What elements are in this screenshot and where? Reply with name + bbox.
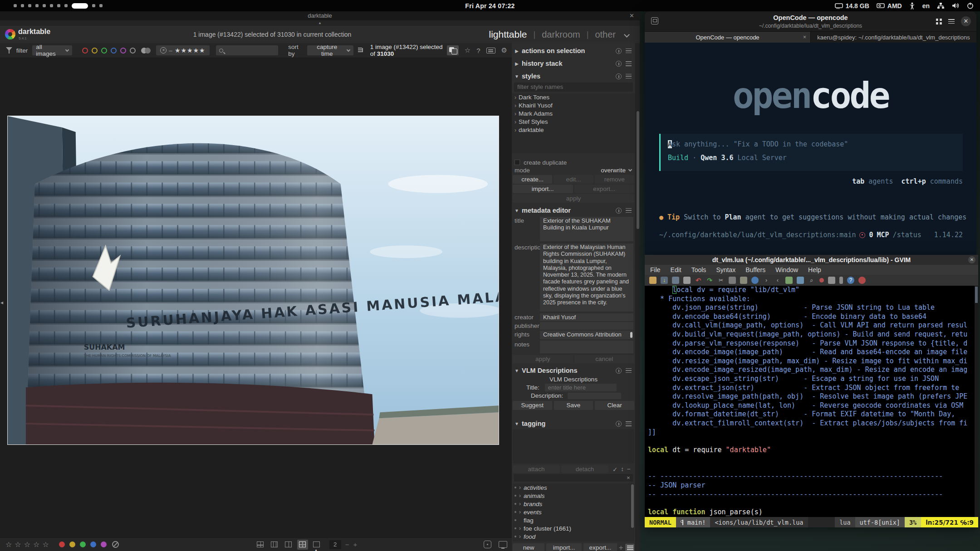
- vlm-description-input[interactable]: [568, 393, 621, 399]
- expand-icon[interactable]: ▶: [512, 49, 522, 54]
- left-panel-expander-icon[interactable]: ◂: [0, 299, 3, 306]
- metadata-cancel-button[interactable]: cancel: [574, 355, 635, 363]
- module-title[interactable]: history stack: [522, 60, 616, 67]
- module-tagging[interactable]: ▼ tagging: [512, 418, 635, 429]
- tag-item[interactable]: ›events: [513, 508, 634, 516]
- reset-icon[interactable]: [616, 368, 622, 374]
- terminal-titlebar[interactable]: OpenCode — opencode ~/.config/darktable/…: [645, 11, 976, 32]
- presets-icon[interactable]: [626, 208, 632, 213]
- styles-list[interactable]: ›Dark Tones ›Khairil Yusof ›Mark Adams ›…: [512, 93, 635, 153]
- metadata-description-field[interactable]: Exterior of the Malaysian Human Rights C…: [540, 244, 633, 312]
- editor-text-area[interactable]: local dv = require "lib/dt_vlm" * Functi…: [645, 286, 975, 517]
- module-metadata-editor[interactable]: ▼ metadata editor: [512, 205, 635, 216]
- gear-icon[interactable]: ⚙: [501, 46, 507, 54]
- paste-icon[interactable]: [740, 277, 747, 284]
- mode-select[interactable]: overwrite: [601, 167, 632, 174]
- close-icon[interactable]: ✕: [629, 11, 634, 20]
- find-prev-icon[interactable]: ‹: [774, 277, 781, 284]
- color-label-green-icon[interactable]: [101, 48, 107, 54]
- style-item[interactable]: ›Stef Styles: [512, 118, 635, 126]
- metadata-apply-button[interactable]: apply: [513, 355, 573, 363]
- help-icon[interactable]: ?: [847, 277, 854, 284]
- ctags-icon[interactable]: [828, 277, 835, 284]
- reject-filter-icon[interactable]: ×: [160, 47, 167, 54]
- layout-zoomable-icon[interactable]: [255, 540, 266, 550]
- vlm-save-button[interactable]: Save: [554, 401, 593, 410]
- tab-darkroom[interactable]: darkroom: [542, 29, 580, 40]
- expand-icon[interactable]: ▶: [512, 61, 522, 66]
- module-styles[interactable]: ▼ styles: [512, 71, 635, 82]
- metadata-creator-field[interactable]: Khairil Yusof: [540, 313, 633, 321]
- presets-icon[interactable]: [626, 49, 632, 54]
- reset-icon[interactable]: [616, 73, 622, 79]
- save-file-icon[interactable]: ↓: [661, 277, 668, 284]
- style-item[interactable]: ›darktable: [512, 126, 635, 134]
- tab-other[interactable]: other: [595, 29, 616, 40]
- filmstrip-expander-icon[interactable]: ▴: [315, 547, 317, 551]
- collection-scope-select[interactable]: all images: [32, 45, 72, 55]
- clear-label-icon[interactable]: [112, 541, 119, 548]
- search-input[interactable]: [216, 45, 279, 55]
- star-icon[interactable]: ☆: [465, 46, 470, 54]
- create-style-button[interactable]: create...: [513, 175, 552, 184]
- overlays-icon[interactable]: [447, 45, 459, 55]
- tag-item[interactable]: ›food: [513, 532, 634, 541]
- opencode-tui[interactable]: opencode Ask anything... "Fix a TODO in …: [645, 43, 976, 255]
- cut-icon[interactable]: ✂: [717, 277, 725, 284]
- vlm-title-input[interactable]: enter title here: [545, 384, 617, 391]
- minus-icon[interactable]: −: [627, 466, 631, 473]
- chevron-down-icon[interactable]: [624, 32, 630, 38]
- scrollbar[interactable]: [631, 484, 634, 528]
- metadata-publisher-field[interactable]: [540, 322, 633, 330]
- presets-icon[interactable]: [626, 421, 632, 426]
- apply-style-button[interactable]: apply: [513, 194, 634, 203]
- module-history-stack[interactable]: ▶ history stack: [512, 58, 635, 69]
- module-title[interactable]: VLM Descriptions: [522, 367, 616, 374]
- tile-window-icon[interactable]: [936, 19, 942, 24]
- agent-model-line[interactable]: Build · Qwen 3.6 Local Server: [668, 154, 787, 162]
- collapse-icon[interactable]: ▼: [512, 421, 522, 426]
- color-label-blue-icon[interactable]: [111, 48, 117, 54]
- layout-grid-icon[interactable]: [297, 540, 308, 550]
- lighttable-canvas[interactable]: SURUHANJAYA HAK ASASI MANUSIA MALAYSIA S…: [0, 58, 512, 551]
- reset-icon[interactable]: [616, 48, 622, 54]
- menu-syntax[interactable]: Syntax: [716, 266, 735, 273]
- accessibility-icon[interactable]: [909, 2, 915, 10]
- jump-tag-icon[interactable]: [839, 277, 843, 284]
- color-label-filters[interactable]: [82, 48, 136, 54]
- edit-style-button[interactable]: edit...: [554, 175, 593, 184]
- metadata-rights-field[interactable]: Creative Commons Attribution: [540, 331, 633, 339]
- gvim-titlebar[interactable]: dt_vlm.lua (~/.config/darktable/..._vlm_…: [645, 255, 978, 265]
- export-style-button[interactable]: export...: [574, 185, 635, 193]
- color-label-yellow-icon[interactable]: [92, 48, 98, 54]
- remove-style-button[interactable]: remove: [595, 175, 634, 184]
- collapse-icon[interactable]: ▼: [512, 208, 522, 213]
- tab-shell[interactable]: kaeru@spidey: ~/.config/darktable/lua/dt…: [810, 32, 976, 43]
- color-label-purple-icon[interactable]: [120, 48, 126, 54]
- color-label-gray-icon[interactable]: [130, 48, 136, 54]
- tag-item[interactable]: ›activities: [513, 483, 634, 492]
- redo-icon[interactable]: ↷: [706, 277, 713, 284]
- tag-tree[interactable]: ›activities ›animals ›brands ›events fla…: [513, 483, 634, 541]
- selected-image-thumbnail[interactable]: SURUHANJAYA HAK ASASI MANUSIA MALAYSIA S…: [7, 116, 499, 445]
- model-name[interactable]: Qwen 3.6: [701, 154, 733, 162]
- style-item[interactable]: ›Dark Tones: [512, 93, 635, 102]
- clear-icon[interactable]: ×: [627, 474, 630, 482]
- presets-icon[interactable]: [626, 61, 632, 66]
- module-vlm-descriptions[interactable]: ▼ VLM Descriptions: [512, 365, 635, 376]
- menu-tools[interactable]: Tools: [691, 266, 706, 273]
- layout-flexible-icon[interactable]: [269, 540, 280, 550]
- presets-icon[interactable]: [626, 368, 632, 373]
- new-tag-button[interactable]: new: [513, 543, 544, 551]
- rating-stars[interactable]: ☆☆☆☆☆: [5, 540, 52, 549]
- styles-filter-input[interactable]: filter style names: [514, 83, 633, 92]
- copy-icon[interactable]: [729, 277, 736, 284]
- add-icon[interactable]: +: [619, 543, 623, 551]
- tag-item[interactable]: flag: [513, 516, 634, 524]
- find-next-icon[interactable]: ›: [763, 277, 770, 284]
- detach-tag-button[interactable]: detach: [561, 465, 608, 473]
- reset-icon[interactable]: [616, 208, 622, 214]
- network-icon[interactable]: [937, 2, 945, 9]
- search-icon[interactable]: ⌕: [808, 277, 815, 284]
- color-label-buttons[interactable]: [59, 541, 107, 547]
